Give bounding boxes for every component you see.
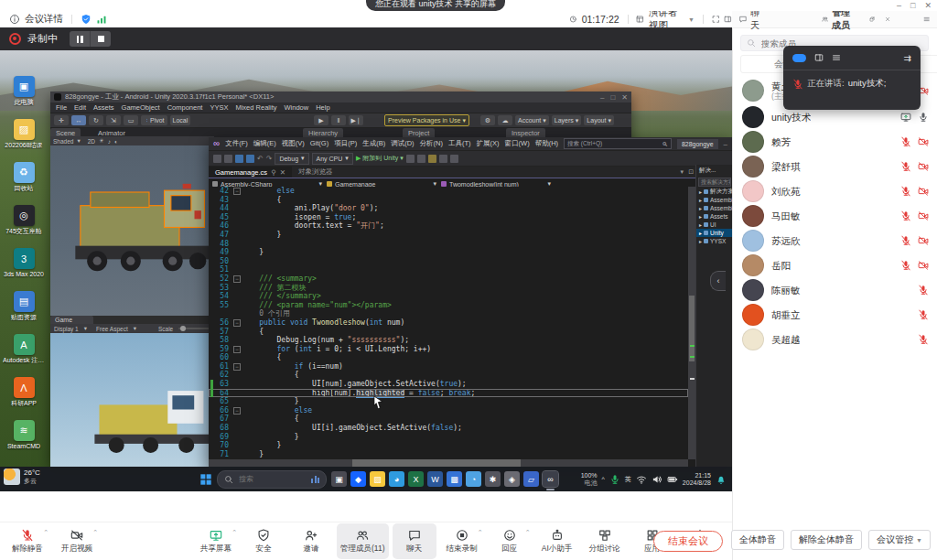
overlay-active-tab[interactable]: [792, 54, 806, 62]
unity-preview-packages[interactable]: Preview Packages in Use▾: [384, 115, 469, 125]
minimize-icon[interactable]: –: [897, 0, 901, 11]
taskbar-app-excel[interactable]: X: [408, 471, 424, 487]
wifi-icon[interactable]: [636, 474, 647, 485]
code-line-70[interactable]: 70}: [209, 441, 688, 450]
unity-transform-tools[interactable]: ✛↔↻⇲▭×: [54, 115, 156, 125]
unity-menu-assets[interactable]: Assets: [93, 103, 114, 112]
solution-explorer[interactable]: 解决... 搜索解决方案资源管理器 ▸解决方案 '828gongye'▸Asse…: [695, 165, 732, 467]
unity-menu-window[interactable]: Window: [284, 103, 308, 112]
unity-menu-mixed-reality[interactable]: Mixed Reality: [235, 103, 276, 112]
hamburger-menu-icon[interactable]: [923, 14, 930, 25]
info-icon[interactable]: [9, 14, 20, 25]
bookmark-icon[interactable]: [450, 155, 458, 163]
code-line-57[interactable]: 57{: [209, 328, 688, 337]
member-row[interactable]: 岳阳: [733, 253, 937, 277]
unity-menu-file[interactable]: File: [56, 103, 67, 112]
redo-icon[interactable]: ↷: [266, 155, 273, 163]
code-line-53[interactable]: 53/// 第二模块: [209, 284, 688, 293]
code-line-64[interactable]: 64high[num].highlighted = false; break;: [209, 389, 688, 398]
member-row[interactable]: 梁舒琪: [733, 154, 937, 178]
desktop-icon[interactable]: ≋SteamCMD: [3, 420, 45, 450]
code-line-49[interactable]: 49}: [209, 248, 688, 257]
stop-recording-button[interactable]: [90, 31, 111, 47]
unity-menu-edit[interactable]: Edit: [74, 103, 86, 112]
code-line-67[interactable]: 67{: [209, 415, 688, 424]
solution-item[interactable]: ▸Assembly-CSharp-Editor: [696, 204, 732, 212]
vs-menu[interactable]: Git(G): [310, 139, 328, 148]
vs-menu[interactable]: 编辑(E): [253, 139, 276, 148]
unity-menu-yysx[interactable]: YYSX: [210, 103, 228, 112]
panel-close-icon[interactable]: [885, 15, 890, 24]
toolbar-icon-2[interactable]: [417, 155, 425, 163]
unity-playmode-controls[interactable]: ▶‖▶❘: [314, 115, 363, 125]
toolbar-rooms-button[interactable]: 分组讨论: [583, 523, 627, 559]
code-line-66[interactable]: 66else: [209, 406, 688, 415]
weather-widget[interactable]: 26°C 多云: [4, 468, 40, 485]
toolbar-screenshare-button[interactable]: ⌃共享屏幕: [194, 523, 238, 559]
platform-dropdown[interactable]: Any CPU▾: [312, 153, 353, 165]
member-row[interactable]: 马田敏: [733, 203, 937, 228]
meeting-controls-button[interactable]: 会议管控▼: [868, 530, 931, 550]
code-line-45[interactable]: 45isopen = true;: [209, 213, 688, 222]
taskbar-app-task-view[interactable]: ▣: [331, 471, 347, 487]
taskbar-app-edge-browser[interactable]: ◕: [389, 471, 404, 487]
vs-menu[interactable]: 项目(P): [334, 139, 357, 148]
code-line-47[interactable]: 47}: [209, 231, 688, 240]
taskbar-app-settings[interactable]: ✱: [485, 471, 501, 487]
view-mode-icon[interactable]: [636, 14, 644, 25]
desktop-icon[interactable]: ▤贴图资源: [3, 291, 45, 321]
open-file-icon[interactable]: [224, 155, 232, 163]
taskbar-app-visual-studio[interactable]: ∞: [543, 471, 558, 487]
toolbar-micoff-button[interactable]: ⌃解除静音: [5, 523, 49, 559]
toolbar-chat-button[interactable]: 聊天: [393, 523, 436, 559]
taskbar-search-input[interactable]: [237, 474, 292, 484]
vs-menu[interactable]: 生成(B): [362, 139, 385, 148]
taskbar-app-voice-app[interactable]: ◈: [504, 471, 520, 487]
desktop-icon[interactable]: ♻回收站: [3, 162, 45, 192]
member-row[interactable]: 胡垂立: [733, 302, 937, 327]
vs-menu[interactable]: 视图(V): [282, 139, 305, 148]
vs-search-box[interactable]: 搜索 (Ctrl+Q)🔍︎: [564, 138, 672, 149]
taskbar-app-meeting-app[interactable]: ◆: [350, 471, 366, 487]
unmute-all-button[interactable]: 解除全体静音: [791, 530, 862, 550]
volume-icon[interactable]: [652, 474, 662, 485]
code-line-52[interactable]: 52/// <summary>: [209, 275, 688, 284]
horizontal-scrollbar[interactable]: [209, 459, 688, 467]
code-line-71[interactable]: 71}: [209, 450, 688, 459]
overlay-list-icon[interactable]: [832, 53, 841, 62]
taskbar-search[interactable]: [217, 470, 327, 489]
code-line-69[interactable]: 69}: [209, 433, 688, 442]
member-row[interactable]: 陈丽敏: [733, 277, 937, 302]
meeting-detail-link[interactable]: 会议详情: [25, 13, 63, 26]
code-line-58[interactable]: 58Debug.Log(num + "ssssssssss");: [209, 336, 688, 345]
overlay-collapse-icon[interactable]: ⇉: [904, 53, 911, 63]
config-dropdown[interactable]: Debug▾: [275, 153, 308, 165]
code-line-59[interactable]: 59for (int i = 0; i < UI.Length; i++): [209, 345, 688, 354]
code-line-62[interactable]: 62{: [209, 371, 688, 380]
battery-icon[interactable]: [667, 474, 678, 485]
tab-gamemanage[interactable]: Gamemanage.cs⚲✕: [209, 167, 292, 178]
new-file-icon[interactable]: [213, 155, 221, 163]
code-line-63[interactable]: 63UI[num].gameObject.SetActive(true);: [209, 380, 688, 389]
attach-to-unity-button[interactable]: ▶附加到 Unity▾: [356, 154, 404, 163]
solution-item[interactable]: ▸Unity: [696, 229, 732, 237]
member-row[interactable]: 苏远欣: [733, 228, 937, 253]
unity-menubar[interactable]: FileEditAssetsGameObjectComponentYYSXMix…: [50, 102, 631, 113]
unity-right-dropdowns[interactable]: ⚙☁ Account▾ Layers▾ Layout▾: [480, 115, 614, 125]
vs-menu[interactable]: 文件(F): [225, 139, 248, 148]
vs-menubar[interactable]: 文件(F)编辑(E)视图(V)Git(G)项目(P)生成(B)调试(D)分析(N…: [225, 139, 558, 148]
toolbar-people-button[interactable]: 管理成员(11): [337, 523, 389, 559]
unity-pivot-toggle[interactable]: Pivot Local: [147, 115, 190, 125]
code-line-65[interactable]: 65}: [209, 397, 688, 406]
ime-indicator[interactable]: 英: [625, 475, 631, 484]
end-meeting-button[interactable]: 结束会议: [653, 531, 723, 552]
security-shield-icon[interactable]: [81, 14, 92, 25]
code-line-61[interactable]: 61if (i==num): [209, 362, 688, 372]
desktop-icon[interactable]: Λ科研APP: [3, 377, 45, 407]
code-line-56[interactable]: 56public void Twomodleshow(int num): [209, 318, 688, 328]
code-line-68[interactable]: 68UI[i].gameObject.SetActive(false);: [209, 424, 688, 433]
solution-item[interactable]: ▸Assembly-CSharp: [696, 196, 732, 204]
unity-menu-help[interactable]: Help: [316, 103, 329, 112]
tray-expand[interactable]: ^: [602, 476, 605, 482]
member-row[interactable]: 赖芳: [733, 129, 937, 154]
